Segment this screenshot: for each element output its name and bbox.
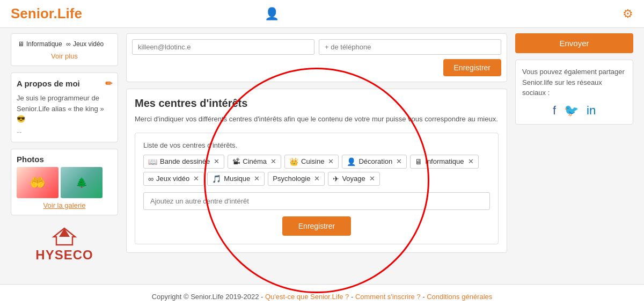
svg-marker-1 bbox=[59, 228, 70, 237]
interests-list-label: Liste de vos centres d'intérêts. bbox=[143, 141, 490, 149]
twitter-icon[interactable]: 🐦 bbox=[564, 104, 579, 118]
logo-senior: Senior bbox=[11, 5, 53, 21]
tag-remove-decoration[interactable]: ✕ bbox=[396, 157, 402, 165]
logo: Senior.Life bbox=[11, 5, 82, 22]
tag-remove-cinema[interactable]: ✕ bbox=[270, 157, 276, 165]
envoyer-button[interactable]: Envoyer bbox=[515, 33, 633, 53]
logo-dot: . bbox=[53, 5, 57, 21]
top-form: Enregistrer bbox=[126, 33, 507, 82]
user-icon[interactable]: 👤 bbox=[265, 7, 279, 21]
partager-text: Vous pouvez également partager Senior.li… bbox=[522, 67, 626, 98]
tag-remove-musique[interactable]: ✕ bbox=[254, 175, 260, 183]
monitor-icon: 🖥 bbox=[18, 40, 24, 48]
partager-box: Vous pouvez également partager Senior.li… bbox=[515, 60, 633, 125]
tag-informatique: 🖥 Informatique ✕ bbox=[410, 155, 478, 169]
centres-section: Mes centres d'intérêts Merci d'indiquer … bbox=[126, 89, 507, 253]
conditions-link[interactable]: Conditions générales bbox=[427, 293, 492, 301]
logo-life: Life bbox=[57, 5, 82, 21]
cuisine-icon: 👑 bbox=[289, 157, 298, 166]
about-dash: -- bbox=[17, 128, 112, 136]
tag-jeux-video: ∞ Jeux vidéo bbox=[66, 40, 104, 48]
footer-text: Copyright © Senior.Life 2019-2022 - Qu'e… bbox=[152, 293, 493, 301]
add-interest-input[interactable] bbox=[143, 192, 490, 210]
edit-icon[interactable]: ✏ bbox=[105, 78, 112, 89]
left-sidebar: 🖥 Informatique ∞ Jeux vidéo Voir plus A … bbox=[11, 33, 118, 268]
gamepad2-icon: ∞ bbox=[148, 175, 153, 183]
enregistrer-bottom-button[interactable]: Enregistrer bbox=[282, 216, 351, 236]
voir-plus-link[interactable]: Voir plus bbox=[17, 52, 112, 60]
right-sidebar: Envoyer Vous pouvez également partager S… bbox=[515, 33, 633, 268]
main-layout: 🖥 Informatique ∞ Jeux vidéo Voir plus A … bbox=[5, 28, 639, 273]
sidebar-tags: 🖥 Informatique ∞ Jeux vidéo bbox=[17, 39, 112, 49]
book-icon: 📖 bbox=[148, 157, 157, 166]
about-text: Je suis le programmeur de Senior.Life al… bbox=[17, 93, 112, 125]
centres-title: Mes centres d'intérêts bbox=[135, 97, 499, 110]
decoration-icon: 👤 bbox=[347, 157, 356, 166]
hyseco-logo: HYSECO bbox=[11, 222, 118, 268]
footer: Copyright © Senior.Life 2019-2022 - Qu'e… bbox=[0, 284, 644, 306]
voir-galerie-link[interactable]: Voir la galerie bbox=[17, 201, 112, 209]
hyseco-roof-icon bbox=[51, 227, 78, 246]
tag-jeux-video: ∞ Jeux vidéo ✕ bbox=[143, 172, 204, 186]
interests-box: Liste de vos centres d'intérêts. 📖 Bande… bbox=[135, 133, 499, 244]
header: Senior.Life 👤 ⚙ bbox=[0, 0, 644, 28]
tag-informatique: 🖥 Informatique bbox=[18, 40, 62, 48]
facebook-icon[interactable]: f bbox=[553, 104, 556, 118]
tag-psychologie: Psychologie ✕ bbox=[268, 172, 325, 186]
comment-inscrire-link[interactable]: Comment s'inscrire ? bbox=[355, 293, 421, 301]
header-icons: 👤 ⚙ bbox=[265, 7, 633, 21]
tag-voyage: ✈ Voyage ✕ bbox=[328, 172, 379, 186]
about-section: A propos de moi ✏ Je suis le programmeur… bbox=[11, 72, 118, 142]
photos-title: Photos bbox=[17, 155, 112, 164]
social-icons: f 🐦 in bbox=[522, 104, 626, 118]
computer-icon: 🖥 bbox=[415, 157, 422, 166]
photos-section: Photos 🤲 🌲 Voir la galerie bbox=[11, 149, 118, 215]
gear-icon[interactable]: ⚙ bbox=[623, 7, 633, 21]
cinema-icon: 📽 bbox=[232, 157, 240, 166]
photos-grid: 🤲 🌲 bbox=[17, 167, 112, 198]
tag-remove-bande-dessinee[interactable]: ✕ bbox=[214, 157, 219, 165]
photo-heart: 🤲 bbox=[17, 167, 58, 198]
tag-cinema: 📽 Cinéma ✕ bbox=[228, 155, 281, 169]
tag-remove-jeux-video[interactable]: ✕ bbox=[193, 175, 199, 183]
tag-decoration: 👤 Décoration ✕ bbox=[342, 155, 407, 169]
hyseco-text: HYSECO bbox=[11, 248, 118, 263]
center-content: Enregistrer Mes centres d'intérêts Merci… bbox=[126, 33, 507, 268]
tag-remove-voyage[interactable]: ✕ bbox=[369, 175, 375, 183]
sidebar-tags-section: 🖥 Informatique ∞ Jeux vidéo Voir plus bbox=[11, 33, 118, 66]
email-field[interactable] bbox=[132, 39, 314, 55]
photo-outdoor: 🌲 bbox=[61, 167, 103, 198]
about-title: A propos de moi ✏ bbox=[17, 78, 112, 89]
centres-desc: Merci d'indiquer vos différents centres … bbox=[135, 114, 499, 125]
tag-bande-dessinee: 📖 Bande dessinée ✕ bbox=[143, 155, 224, 169]
hys-text: HYS bbox=[35, 248, 63, 262]
tag-remove-psychologie[interactable]: ✕ bbox=[314, 175, 320, 183]
gamepad-icon: ∞ bbox=[66, 40, 71, 48]
airplane-icon: ✈ bbox=[333, 175, 339, 183]
enregistrer-top-button[interactable]: Enregistrer bbox=[443, 59, 501, 76]
tags-container: 📖 Bande dessinée ✕ 📽 Cinéma ✕ 👑 Cuisine … bbox=[143, 155, 490, 186]
tag-remove-informatique[interactable]: ✕ bbox=[468, 157, 474, 165]
phone-field[interactable] bbox=[319, 39, 501, 55]
tag-remove-cuisine[interactable]: ✕ bbox=[328, 157, 334, 165]
top-form-inputs bbox=[132, 39, 501, 55]
linkedin-icon[interactable]: in bbox=[587, 104, 596, 118]
eco-text: ECO bbox=[64, 248, 93, 262]
qu-est-ce-link[interactable]: Qu'est-ce que Senior.Life ? bbox=[265, 293, 349, 301]
music-icon: 🎵 bbox=[212, 175, 221, 183]
tag-cuisine: 👑 Cuisine ✕ bbox=[284, 155, 339, 169]
tag-musique: 🎵 Musique ✕ bbox=[207, 172, 265, 186]
